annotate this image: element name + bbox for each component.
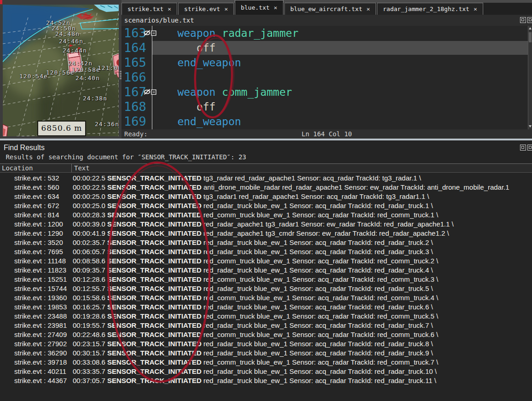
result-row[interactable]: strike.evt : 2790200:23:15.7 SENSOR_TRAC… bbox=[0, 339, 532, 349]
result-row[interactable]: strike.evt : 120000:00:39.0 SENSOR_TRACK… bbox=[0, 220, 532, 229]
result-row[interactable]: strike.evt : 81400:00:28.3 SENSOR_TRACK_… bbox=[0, 210, 532, 220]
tab-blue_ew_aircraft.txt[interactable]: blue_ew_aircraft.txt× bbox=[284, 3, 376, 15]
result-row[interactable]: strike.evt : 1114800:08:58.6 SENSOR_TRAC… bbox=[0, 256, 532, 266]
line-number: 164 bbox=[121, 41, 146, 55]
gutter-cell: 168 bbox=[121, 99, 152, 114]
result-text: 00:12:55.7 SENSOR_TRACK_INITIATED red_ra… bbox=[73, 284, 532, 293]
gutter-cell: 165 bbox=[121, 55, 152, 70]
tab-strike.txt[interactable]: strike.txt× bbox=[121, 3, 177, 15]
code-text: off bbox=[152, 41, 528, 55]
close-panel-icon[interactable] bbox=[527, 145, 532, 151]
close-panel-icon[interactable] bbox=[527, 17, 532, 23]
result-row[interactable]: strike.evt : 67200:00:25.0 SENSOR_TRACK_… bbox=[0, 201, 532, 210]
result-row[interactable]: strike.evt : 3971800:33:08.6 SENSOR_TRAC… bbox=[0, 358, 532, 367]
result-location: strike.evt : 15251 bbox=[0, 275, 73, 284]
result-location: strike.evt : 11148 bbox=[0, 256, 73, 266]
result-row[interactable]: strike.evt : 2398100:19:55.7 SENSOR_TRAC… bbox=[0, 321, 532, 330]
result-location: strike.evt : 814 bbox=[0, 210, 73, 220]
results-column-header: Location Text bbox=[0, 163, 532, 173]
result-text: 00:15:58.6 SENSOR_TRACK_INITIATED red_co… bbox=[73, 293, 532, 302]
line-number: 163 bbox=[121, 26, 146, 41]
results-body: strike.evt : 53200:00:22.5 SENSOR_TRACK_… bbox=[0, 174, 532, 390]
column-header-text[interactable]: Text bbox=[72, 164, 532, 172]
result-row[interactable]: strike.evt : 1525100:12:28.6 SENSOR_TRAC… bbox=[0, 275, 532, 284]
result-text: 00:00:22.5 SENSOR_TRACK_INITIATED anti_d… bbox=[73, 183, 532, 192]
tab-strike.evt[interactable]: strike.evt× bbox=[178, 3, 234, 15]
find-results-panel: Find Results Results of searching docume… bbox=[0, 140, 532, 401]
corner-red-mark bbox=[0, 0, 2, 4]
tab-close-icon[interactable]: × bbox=[274, 4, 278, 11]
application-window: 24:52n 24:50n 24:48n 24:46n 24:44n 24:42… bbox=[0, 0, 532, 401]
lat-label: 24:48n bbox=[55, 30, 80, 37]
result-row[interactable]: strike.evt : 3629000:30:15.7 SENSOR_TRAC… bbox=[0, 349, 532, 358]
scroll-down-icon[interactable] bbox=[528, 124, 532, 129]
tab-close-icon[interactable]: × bbox=[474, 6, 477, 12]
tab-label: strike.evt bbox=[184, 6, 220, 12]
find-results-title: Find Results bbox=[4, 144, 45, 152]
result-text: 00:19:55.7 SENSOR_TRACK_INITIATED red_ra… bbox=[73, 321, 532, 330]
result-location: strike.evt : 39718 bbox=[0, 358, 73, 367]
tab-close-icon[interactable]: × bbox=[168, 6, 171, 12]
hidden-eye-icon[interactable] bbox=[144, 88, 150, 97]
float-panel-icon[interactable] bbox=[520, 17, 526, 23]
scrollbar-thumb[interactable] bbox=[529, 32, 532, 42]
result-text: 00:16:25.7 SENSOR_TRACK_INITIATED red_ra… bbox=[73, 302, 532, 312]
line-number: 165 bbox=[121, 55, 146, 70]
code-editor[interactable]: 163 weapon radar_jammer164 off165 end_we… bbox=[121, 26, 528, 129]
gutter-cell: 167 bbox=[121, 85, 152, 99]
hidden-eye-icon[interactable] bbox=[144, 29, 150, 38]
fold-collapse-icon[interactable] bbox=[151, 29, 156, 38]
result-row[interactable]: strike.evt : 56000:00:22.5 SENSOR_TRACK_… bbox=[0, 183, 532, 192]
result-row[interactable]: strike.evt : 1985300:16:25.7 SENSOR_TRAC… bbox=[0, 302, 532, 312]
tab-blue.txt[interactable]: blue.txt× bbox=[235, 0, 283, 15]
result-row[interactable]: strike.evt : 2740900:22:48.6 SENSOR_TRAC… bbox=[0, 330, 532, 339]
column-header-location[interactable]: Location bbox=[0, 164, 72, 172]
fold-collapse-icon[interactable] bbox=[151, 88, 156, 97]
result-row[interactable]: strike.evt : 1574400:12:55.7 SENSOR_TRAC… bbox=[0, 284, 532, 293]
result-text: 00:00:25.0 SENSOR_TRACK_INITIATED red_ra… bbox=[73, 201, 532, 210]
code-line-163[interactable]: 163 weapon radar_jammer bbox=[121, 26, 528, 41]
lon-label: 120:56e bbox=[46, 69, 75, 76]
result-row[interactable]: strike.evt : 4021100:33:35.7 SENSOR_TRAC… bbox=[0, 367, 532, 376]
result-text: 00:00:28.3 SENSOR_TRACK_INITIATED red_co… bbox=[73, 210, 532, 220]
code-text: end_weapon bbox=[152, 55, 528, 70]
code-line-169[interactable]: 169 end_weapon bbox=[121, 114, 528, 129]
map-scale-indicator: 6850.6 m bbox=[37, 121, 86, 136]
result-row[interactable]: strike.evt : 63400:00:25.0 SENSOR_TRACK_… bbox=[0, 192, 532, 201]
result-location: strike.evt : 3520 bbox=[0, 238, 73, 247]
tab-label: blue.txt bbox=[241, 4, 270, 11]
result-text: 00:19:28.6 SENSOR_TRACK_INITIATED red_co… bbox=[73, 312, 532, 321]
result-location: strike.evt : 44367 bbox=[0, 376, 73, 385]
result-row[interactable]: strike.evt : 129000:00:41.9 SENSOR_TRACK… bbox=[0, 229, 532, 238]
code-text: end_weapon bbox=[152, 114, 528, 129]
result-location: strike.evt : 7695 bbox=[0, 247, 73, 256]
tab-close-icon[interactable]: × bbox=[366, 6, 370, 12]
code-line-167[interactable]: 167 weapon comm_jammer bbox=[121, 85, 528, 99]
result-row[interactable]: strike.evt : 769500:06:05.7 SENSOR_TRACK… bbox=[0, 247, 532, 256]
result-row[interactable]: strike.evt : 2348800:19:28.6 SENSOR_TRAC… bbox=[0, 312, 532, 321]
code-line-164[interactable]: 164 off bbox=[121, 41, 528, 55]
result-text: 00:00:39.0 SENSOR_TRACK_INITIATED red_ra… bbox=[73, 220, 532, 229]
result-row[interactable]: strike.evt : 53200:00:22.5 SENSOR_TRACK_… bbox=[0, 174, 532, 183]
result-row[interactable]: strike.evt : 1182300:09:35.7 SENSOR_TRAC… bbox=[0, 266, 532, 275]
map-3d-view[interactable]: 24:52n 24:50n 24:48n 24:46n 24:44n 24:42… bbox=[3, 5, 119, 136]
tab-radar_jammer_2_18ghz.txt[interactable]: radar_jammer_2_18ghz.txt× bbox=[377, 3, 483, 15]
lat-label: 24:38n bbox=[83, 95, 107, 102]
float-panel-icon[interactable] bbox=[520, 145, 526, 151]
result-row[interactable]: strike.evt : 352000:02:35.7 SENSOR_TRACK… bbox=[0, 238, 532, 247]
editor-scrollbar[interactable] bbox=[528, 26, 532, 129]
tab-close-icon[interactable]: × bbox=[224, 6, 228, 12]
code-text: off bbox=[152, 99, 528, 114]
code-line-166[interactable]: 166 bbox=[121, 70, 528, 85]
editor-status-bar: Ready: Ln 164 Col 10 bbox=[121, 129, 532, 139]
result-row[interactable]: strike.evt : 1936000:15:58.6 SENSOR_TRAC… bbox=[0, 293, 532, 302]
line-number: 168 bbox=[121, 99, 146, 114]
result-location: strike.evt : 19360 bbox=[0, 293, 73, 302]
result-row[interactable]: strike.evt : 4436700:37:05.7 SENSOR_TRAC… bbox=[0, 376, 532, 385]
code-line-165[interactable]: 165 end_weapon bbox=[121, 55, 528, 70]
gutter-cell: 169 bbox=[121, 114, 152, 129]
result-location: strike.evt : 40211 bbox=[0, 367, 73, 376]
scroll-up-icon[interactable] bbox=[528, 26, 532, 31]
result-location: strike.evt : 15744 bbox=[0, 284, 73, 293]
code-line-168[interactable]: 168 off bbox=[121, 99, 528, 114]
